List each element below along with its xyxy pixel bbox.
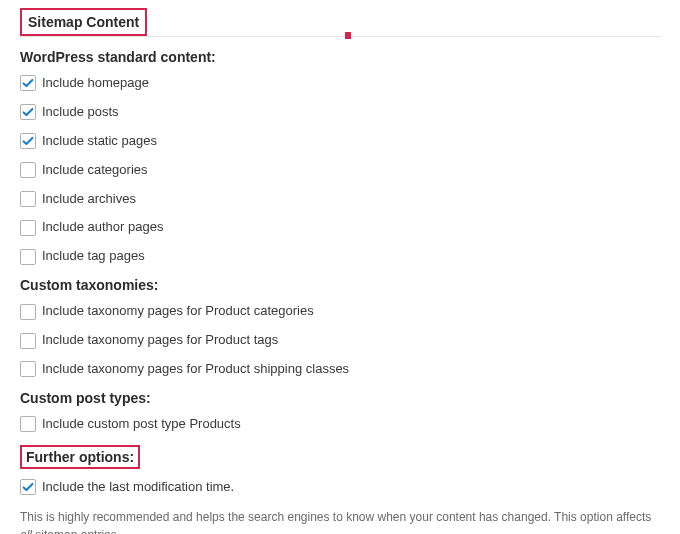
standard-option-row: Include posts xyxy=(20,104,660,121)
option-label: Include author pages xyxy=(42,219,163,236)
checkbox[interactable] xyxy=(20,191,36,207)
standard-option-row: Include categories xyxy=(20,162,660,179)
group-taxonomies: Include taxonomy pages for Product categ… xyxy=(20,303,660,378)
standard-option-row: Include homepage xyxy=(20,75,660,92)
posttypes-option-row: Include custom post type Products xyxy=(20,416,660,433)
option-label: Include tag pages xyxy=(42,248,145,265)
option-label: Include custom post type Products xyxy=(42,416,241,433)
checkbox[interactable] xyxy=(20,75,36,91)
option-label: Include taxonomy pages for Product shipp… xyxy=(42,361,349,378)
group-further: Include the last modification time. xyxy=(20,479,660,496)
checkbox[interactable] xyxy=(20,249,36,265)
checkbox[interactable] xyxy=(20,416,36,432)
checkbox[interactable] xyxy=(20,220,36,236)
group-heading-standard: WordPress standard content: xyxy=(20,49,660,65)
panel-title-row: Sitemap Content xyxy=(20,8,660,37)
help-pre: This is highly recommended and helps the… xyxy=(20,510,651,524)
checkbox[interactable] xyxy=(20,361,36,377)
help-italic: all xyxy=(20,528,32,534)
checkbox[interactable] xyxy=(20,333,36,349)
option-label: Include archives xyxy=(42,191,136,208)
panel-title: Sitemap Content xyxy=(20,8,147,36)
check-icon xyxy=(21,76,35,90)
option-label: Include the last modification time. xyxy=(42,479,234,496)
option-label: Include taxonomy pages for Product categ… xyxy=(42,303,314,320)
check-icon xyxy=(21,105,35,119)
option-label: Include categories xyxy=(42,162,148,179)
help-post: sitemap entries. xyxy=(32,528,120,534)
option-label: Include static pages xyxy=(42,133,157,150)
option-label: Include posts xyxy=(42,104,119,121)
group-posttypes: Include custom post type Products xyxy=(20,416,660,433)
further-heading-highlight: Further options: xyxy=(20,445,140,469)
standard-option-row: Include author pages xyxy=(20,219,660,236)
check-icon xyxy=(21,134,35,148)
standard-option-row: Include archives xyxy=(20,191,660,208)
group-heading-taxonomies: Custom taxonomies: xyxy=(20,277,660,293)
group-standard: Include homepageInclude postsInclude sta… xyxy=(20,75,660,265)
checkbox[interactable] xyxy=(20,133,36,149)
group-heading-further: Further options: xyxy=(20,445,660,469)
taxonomies-option-row: Include taxonomy pages for Product categ… xyxy=(20,303,660,320)
red-marker xyxy=(345,32,351,39)
checkbox[interactable] xyxy=(20,479,36,495)
checkbox[interactable] xyxy=(20,304,36,320)
further-option-row: Include the last modification time. xyxy=(20,479,660,496)
taxonomies-option-row: Include taxonomy pages for Product tags xyxy=(20,332,660,349)
group-heading-posttypes: Custom post types: xyxy=(20,390,660,406)
checkbox[interactable] xyxy=(20,104,36,120)
option-label: Include taxonomy pages for Product tags xyxy=(42,332,278,349)
standard-option-row: Include tag pages xyxy=(20,248,660,265)
option-label: Include homepage xyxy=(42,75,149,92)
further-help-text: This is highly recommended and helps the… xyxy=(20,508,660,534)
checkbox[interactable] xyxy=(20,162,36,178)
check-icon xyxy=(21,480,35,494)
standard-option-row: Include static pages xyxy=(20,133,660,150)
taxonomies-option-row: Include taxonomy pages for Product shipp… xyxy=(20,361,660,378)
